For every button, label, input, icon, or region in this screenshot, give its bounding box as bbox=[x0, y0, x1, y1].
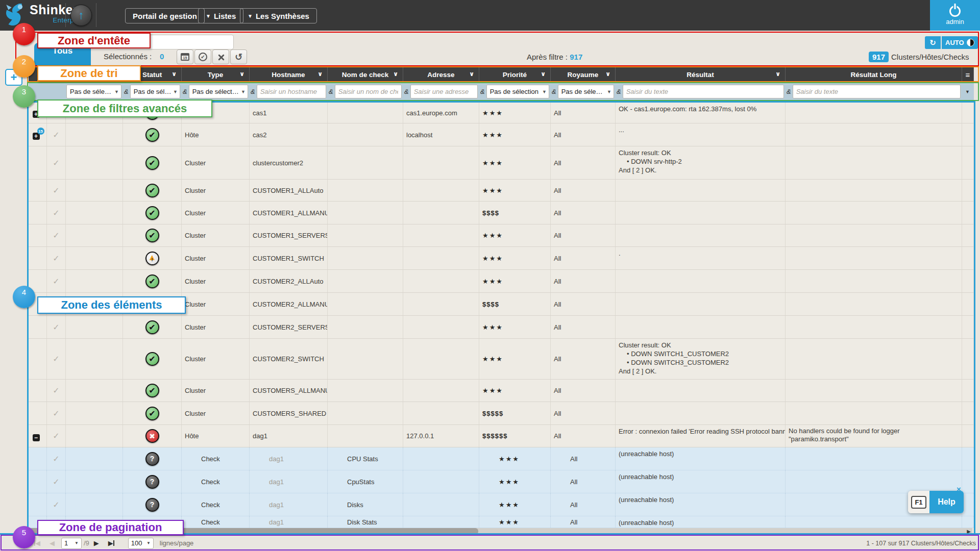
sort-chevron-icon[interactable]: ∨ bbox=[317, 70, 323, 78]
filter-select-type[interactable]: Pas de sélection▼ bbox=[189, 85, 248, 98]
row-check-icon[interactable]: ✓ bbox=[53, 431, 59, 441]
row-check-icon[interactable]: ✓ bbox=[53, 354, 59, 364]
table-row[interactable]: ✓▲!ClusterCUSTOMER1_SWITCH★★★All. bbox=[29, 247, 974, 270]
filter-select-blank[interactable]: Pas de sélection▼ bbox=[66, 85, 121, 98]
help-close-icon[interactable]: × bbox=[957, 485, 961, 493]
row-select-cell[interactable]: ✓ bbox=[47, 270, 66, 292]
row-select-cell[interactable]: ✓ bbox=[47, 447, 66, 470]
status-cell: ▲! bbox=[123, 247, 182, 269]
filter-select-statut[interactable]: Pas de sélection▼ bbox=[130, 85, 180, 98]
result-long-cell bbox=[786, 316, 962, 338]
row-check-icon[interactable]: ✓ bbox=[53, 231, 59, 240]
acknowledge-button[interactable]: ✔ bbox=[194, 49, 211, 64]
row-check-icon[interactable]: ✓ bbox=[53, 386, 59, 395]
row-check-icon[interactable]: ✓ bbox=[53, 130, 59, 140]
row-select-cell[interactable]: ✓ bbox=[47, 180, 66, 201]
row-select-cell[interactable]: ✓ bbox=[47, 493, 66, 516]
table-row[interactable]: ✓✔ClusterCUSTOMER2_SERVERS★★★All bbox=[29, 316, 974, 339]
column-header-adr[interactable]: Adresse∨ bbox=[403, 67, 479, 82]
row-check-icon[interactable]: ✓ bbox=[53, 454, 59, 464]
table-row[interactable]: ✓?Checkdag1Disks★★★All(unreachable host) bbox=[29, 493, 974, 516]
filter-input-adr[interactable] bbox=[410, 85, 478, 98]
next-page-button[interactable]: ▶ bbox=[94, 539, 99, 547]
column-header-roy[interactable]: Royaume∨ bbox=[551, 67, 616, 82]
sort-chevron-icon[interactable]: ∨ bbox=[393, 70, 398, 78]
row-select-cell[interactable]: ✓ bbox=[47, 224, 66, 246]
row-check-icon[interactable]: ✓ bbox=[53, 158, 59, 168]
row-select-cell[interactable]: ✓ bbox=[47, 425, 66, 447]
refresh-button[interactable]: ↻ bbox=[925, 36, 941, 49]
column-header-check[interactable]: Nom de check∨ bbox=[328, 67, 403, 82]
previous-page-button[interactable]: ◀ bbox=[50, 539, 55, 547]
table-row[interactable]: ✓✔ClusterCUSTOMER1_SERVERS★★★All bbox=[29, 224, 974, 247]
priority-cell: ★★★ bbox=[479, 180, 551, 201]
filter-input-reslong[interactable] bbox=[793, 85, 961, 98]
table-row[interactable]: −✓✖Hôtedag1127.0.0.1$$$$$$AllError : con… bbox=[29, 425, 974, 447]
row-check-icon[interactable]: ✓ bbox=[53, 322, 59, 332]
row-check-icon[interactable]: ✓ bbox=[53, 477, 59, 487]
filter-select-prio[interactable]: Pas de sélection▼ bbox=[486, 85, 549, 98]
calendar-button[interactable]: 15 bbox=[177, 49, 193, 64]
admin-user-button[interactable]: admin bbox=[930, 0, 980, 31]
nav-les-syntheses[interactable]: ▼ Les Synthèses bbox=[240, 8, 317, 23]
check-name-cell bbox=[328, 402, 403, 424]
last-page-button[interactable]: ▶ bbox=[108, 539, 114, 547]
table-row[interactable]: ✓?Checkdag1CpuStats★★★All(unreachable ho… bbox=[29, 470, 974, 493]
column-header-reslong[interactable]: Résultat Long bbox=[786, 67, 962, 82]
scroll-top-button[interactable]: ↑ bbox=[70, 5, 92, 26]
filter-input-res[interactable] bbox=[623, 85, 784, 98]
row-select-cell[interactable]: ✓ bbox=[47, 402, 66, 424]
row-select-cell[interactable]: ✓ bbox=[47, 380, 66, 402]
table-row[interactable]: ✓?Checkdag1CPU Stats★★★All(unreachable h… bbox=[29, 447, 974, 470]
sort-chevron-icon[interactable]: ∨ bbox=[775, 70, 780, 78]
sort-chevron-icon[interactable]: ∨ bbox=[605, 70, 610, 78]
table-row[interactable]: ✓✔ClusterCUSTOMERS_SHARED$$$$$All bbox=[29, 402, 974, 425]
per-page-select[interactable]: 100 ▼ bbox=[128, 538, 154, 549]
sort-chevron-icon[interactable]: ∨ bbox=[469, 70, 474, 78]
nav-listes[interactable]: ▼ Listes bbox=[198, 8, 243, 23]
filter-input-check[interactable] bbox=[335, 85, 402, 98]
page-select[interactable]: 1 ▼ bbox=[61, 538, 82, 549]
column-header-host[interactable]: Hostname∨ bbox=[250, 67, 328, 82]
filter-select-roy[interactable]: Pas de sélection▼ bbox=[558, 85, 614, 98]
filter-input-host[interactable] bbox=[257, 85, 326, 98]
table-row[interactable]: +15✓✔Hôtecas2localhost★★★All... bbox=[29, 123, 974, 146]
auto-refresh-toggle[interactable]: AUTO bbox=[942, 36, 978, 49]
sort-chevron-icon[interactable]: ∨ bbox=[541, 70, 546, 78]
column-menu-button[interactable]: ≡ bbox=[962, 67, 974, 82]
row-select-cell[interactable]: ✓ bbox=[47, 247, 66, 269]
row-select-cell[interactable]: ✓ bbox=[47, 202, 66, 224]
table-row[interactable]: ✓✔ClusterCUSTOMER2_ALLAuto★★★All bbox=[29, 270, 974, 293]
tools-button[interactable] bbox=[212, 49, 229, 64]
first-page-button[interactable]: ◀ bbox=[34, 539, 40, 547]
table-row[interactable]: ✓✔Clusterclustercustomer2★★★AllCluster r… bbox=[29, 146, 974, 180]
row-select-cell[interactable]: ✓ bbox=[47, 316, 66, 338]
table-row[interactable]: ✓✔ClusterCUSTOMER2_SWITCH★★★AllCluster r… bbox=[29, 339, 974, 380]
column-header-res[interactable]: Résultat∨ bbox=[616, 67, 786, 82]
row-check-icon[interactable]: ✓ bbox=[53, 277, 59, 286]
column-header-prio[interactable]: Priorité∨ bbox=[479, 67, 551, 82]
column-header-type[interactable]: Type∨ bbox=[182, 67, 250, 82]
table-row[interactable]: ✓✔ClusterCUSTOMER1_ALLMANU$$$$All bbox=[29, 202, 974, 224]
nav-portail-de-gestion[interactable]: Portail de gestion bbox=[125, 8, 205, 23]
row-select-cell[interactable]: ✓ bbox=[47, 470, 66, 493]
row-check-icon[interactable]: ✓ bbox=[53, 186, 59, 195]
row-check-icon[interactable]: ✓ bbox=[53, 500, 59, 510]
row-check-icon[interactable]: ✓ bbox=[53, 254, 59, 263]
row-check-icon[interactable]: ✓ bbox=[53, 208, 59, 218]
sort-chevron-icon[interactable]: ∨ bbox=[172, 70, 177, 78]
table-row[interactable]: ✓✔ClusterCUSTOMER1_ALLAuto★★★All bbox=[29, 180, 974, 202]
help-widget[interactable]: F1 Help bbox=[908, 491, 964, 513]
pagination-range-text: 1 - 107 sur 917 Clusters/Hôtes/Checks bbox=[866, 540, 976, 547]
collapse-row-button[interactable]: − bbox=[33, 434, 40, 441]
row-check-icon[interactable]: ✓ bbox=[53, 409, 59, 418]
table-row[interactable]: ✓✔ClusterCUSTOMERS_ALLMANU★★★All bbox=[29, 380, 974, 402]
row-select-cell[interactable]: ✓ bbox=[47, 123, 66, 146]
filter-scroll-icon[interactable]: ▼ bbox=[965, 89, 970, 94]
result-cell: Cluster result: OK• DOWN SWITCH1_CUSTOME… bbox=[616, 339, 786, 379]
row-select-cell[interactable]: ✓ bbox=[47, 339, 66, 379]
priority-cell: ★★★ bbox=[479, 470, 551, 493]
undo-button[interactable]: ↺ bbox=[230, 49, 247, 64]
sort-chevron-icon[interactable]: ∨ bbox=[239, 70, 244, 78]
row-select-cell[interactable]: ✓ bbox=[47, 146, 66, 179]
